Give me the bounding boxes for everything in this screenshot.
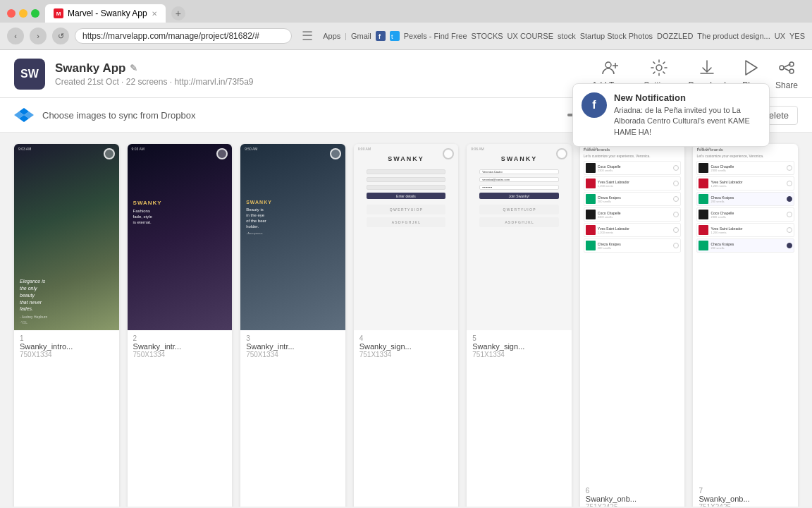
close-window-button[interactable] — [7, 9, 16, 18]
tab-close-button[interactable]: ✕ — [152, 10, 157, 18]
screen-thumb-6: Follow brands Let's customize your exper… — [580, 144, 685, 483]
share-button[interactable]: Share — [775, 57, 798, 90]
screen-name-5: Swanky_sign... — [472, 342, 566, 351]
screen-card-6[interactable]: Follow brands Let's customize your exper… — [580, 144, 685, 507]
svg-point-7 — [656, 65, 662, 71]
main-content: Elegance isthe onlybeautythat neverfades… — [0, 133, 812, 507]
screen-info-1: 1 Swanky_intro... 750X1334 — [14, 330, 119, 363]
notification-text: Ariadna: de la Peña invited you to La Al… — [614, 105, 761, 138]
screen-number-4: 4 — [359, 334, 453, 342]
screen-card-7[interactable]: Follow brands Let's customize your exper… — [693, 144, 798, 507]
bookmark-dozzled[interactable]: DOZZLED — [657, 32, 693, 40]
screen-number-3: 3 — [246, 334, 340, 342]
browser-chrome: M Marvel - Swanky App ✕ + ‹ › ↺ https://… — [0, 0, 812, 50]
screen-info-5: 5 Swanky_sign... 751X1334 — [467, 330, 572, 363]
screen-thumb-5: SWANKY Veronica Castro veronica@castro.c… — [467, 144, 572, 330]
add-team-icon — [600, 57, 621, 78]
screen-size-4: 751X1334 — [359, 351, 453, 358]
screen-name-6: Swanky_onb... — [586, 495, 679, 503]
screen-info-2: 2 Swanky_intr... 750X1334 — [128, 330, 233, 363]
bookmark-startup-stock[interactable]: Startup Stock Photos — [580, 32, 653, 40]
reload-button[interactable]: ↺ — [52, 28, 69, 44]
bookmark-facebook[interactable]: f — [376, 31, 386, 41]
play-icon — [740, 57, 761, 78]
screen-number-2: 2 — [133, 334, 227, 342]
app-title-area: Swanky App ✎ Created 21st Oct · 22 scree… — [55, 61, 591, 87]
screen-size-6: 751X2425 — [586, 503, 679, 507]
dropbox-icon — [14, 105, 34, 125]
bookmark-product-design[interactable]: The product design... — [697, 32, 770, 40]
screen-card-3[interactable]: SWANKY Beauty isin the eyeof the beerhol… — [240, 144, 345, 507]
bookmark-gmail[interactable]: Gmail — [351, 32, 371, 40]
share-label: Share — [775, 80, 798, 90]
screen-name-3: Swanky_intr... — [246, 342, 340, 351]
new-tab-button[interactable]: + — [171, 6, 185, 20]
bookmark-twitter[interactable]: t — [390, 31, 400, 41]
settings-icon — [648, 57, 670, 78]
tab-title: Marvel - Swanky App — [68, 8, 147, 18]
notification-popup: f New Notification Ariadna: de la Peña i… — [572, 83, 770, 147]
svg-point-11 — [780, 66, 784, 70]
screen-number-1: 1 — [20, 334, 113, 342]
minimize-window-button[interactable] — [19, 9, 27, 18]
screen-thumb-3: SWANKY Beauty isin the eyeof the beerhol… — [240, 144, 345, 330]
app-title: Swanky App ✎ — [55, 61, 591, 75]
screen-size-1: 750X1334 — [20, 351, 113, 358]
notification-content: New Notification Ariadna: de la Peña inv… — [614, 92, 761, 138]
card-checkbox-1[interactable] — [104, 148, 115, 159]
app-subtitle: Created 21st Oct · 22 screens · http://m… — [55, 77, 591, 87]
screen-name-7: Swanky_onb... — [699, 495, 792, 503]
svg-point-4 — [605, 62, 611, 68]
download-icon — [696, 57, 718, 78]
screen-size-7: 751X2425 — [699, 503, 792, 507]
browser-titlebar: M Marvel - Swanky App ✕ + — [0, 0, 812, 23]
screen-size-5: 751X1334 — [472, 351, 566, 358]
screen-name-4: Swanky_sign... — [359, 342, 453, 351]
bookmark-stock[interactable]: stock — [558, 32, 576, 40]
screen-info-6: 6 Swanky_onb... 751X2425 — [580, 483, 685, 507]
screen-info-4: 4 Swanky_sign... 751X1334 — [354, 330, 459, 363]
tab-favicon: M — [54, 8, 63, 18]
app-logo: SW — [14, 59, 45, 90]
back-button[interactable]: ‹ — [7, 28, 24, 44]
screen-name-1: Swanky_intro... — [20, 342, 113, 351]
screen-number-7: 7 — [699, 487, 792, 495]
screen-number-5: 5 — [472, 334, 566, 342]
notification-facebook-icon: f — [582, 92, 607, 118]
screen-info-7: 7 Swanky_onb... 751X2425 — [693, 483, 798, 507]
screen-name-2: Swanky_intr... — [133, 342, 227, 351]
address-bar[interactable]: https://marvelapp.com/manage/project/816… — [75, 28, 292, 44]
screen-thumb-4: SWANKY Enter details Q W E R T Y U I O P… — [354, 144, 459, 330]
bookmark-stocks[interactable]: STOCKS — [472, 32, 503, 40]
card-checkbox-3[interactable] — [330, 148, 341, 159]
screen-thumb-7: Follow brands Let's customize your exper… — [693, 144, 798, 483]
screen-size-3: 750X1334 — [246, 351, 340, 358]
screen-card-1[interactable]: Elegance isthe onlybeautythat neverfades… — [14, 144, 119, 507]
bookmarks-bar: Apps | Gmail f t Pexels - Find Free STOC… — [323, 31, 805, 41]
screen-thumb-2: SWANKY Fashionsfade, styleis eternal. 9:… — [128, 144, 233, 330]
screen-thumb-1: Elegance isthe onlybeautythat neverfades… — [14, 144, 119, 330]
share-icon — [776, 57, 797, 78]
bookmark-apps[interactable]: Apps — [323, 32, 340, 40]
screens-grid-row1: Elegance isthe onlybeautythat neverfades… — [14, 144, 798, 507]
screen-number-6: 6 — [586, 487, 679, 495]
svg-marker-8 — [746, 61, 757, 75]
edit-title-icon[interactable]: ✎ — [130, 63, 137, 73]
browser-tab[interactable]: M Marvel - Swanky App ✕ — [45, 4, 166, 23]
screen-info-3: 3 Swanky_intr... 750X1334 — [240, 330, 345, 363]
bookmark-yes[interactable]: YES — [789, 32, 805, 40]
screen-card-4[interactable]: SWANKY Enter details Q W E R T Y U I O P… — [354, 144, 459, 507]
notification-title: New Notification — [614, 92, 761, 103]
forward-button[interactable]: › — [30, 28, 47, 44]
card-checkbox-5[interactable] — [556, 148, 567, 159]
screen-card-2[interactable]: SWANKY Fashionsfade, styleis eternal. 9:… — [128, 144, 233, 507]
bookmark-ux[interactable]: UX — [775, 32, 785, 40]
bookmark-ux-course[interactable]: UX COURSE — [508, 32, 553, 40]
browser-menu-button[interactable]: ☰ — [297, 26, 317, 46]
maximize-window-button[interactable] — [31, 9, 39, 18]
browser-toolbar: ‹ › ↺ https://marvelapp.com/manage/proje… — [0, 23, 812, 49]
bookmark-pexels[interactable]: Pexels - Find Free — [404, 32, 467, 40]
screen-card-5[interactable]: SWANKY Veronica Castro veronica@castro.c… — [467, 144, 572, 507]
screen-size-2: 750X1334 — [133, 351, 227, 358]
dropbox-sync-label: Choose images to sync from Dropbox — [42, 110, 559, 121]
